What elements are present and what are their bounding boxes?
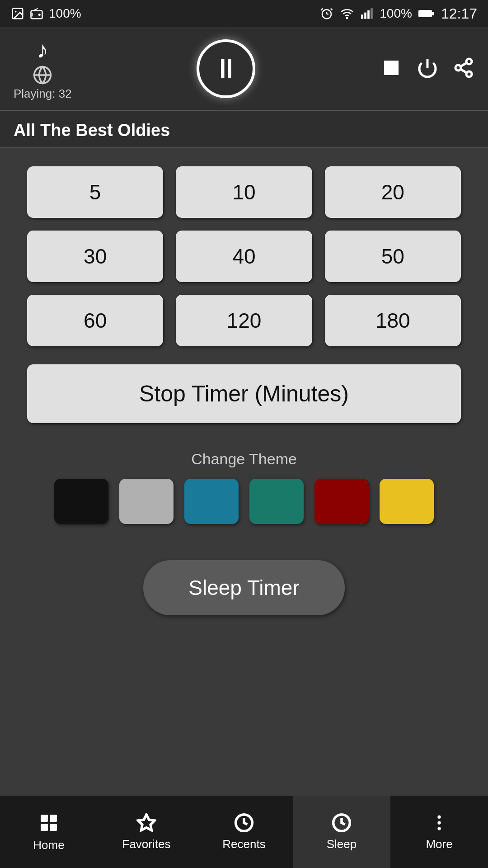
theme-section: Change Theme (27, 450, 461, 524)
svg-rect-26 (50, 815, 57, 822)
nav-sleep[interactable]: Sleep (293, 796, 390, 868)
svg-point-21 (455, 65, 461, 71)
player-right (380, 57, 474, 80)
timer-btn-30[interactable]: 30 (27, 231, 163, 282)
svg-line-23 (460, 69, 467, 73)
radio-icon (30, 7, 43, 20)
svg-point-8 (347, 18, 348, 19)
status-left: 100% (11, 6, 81, 21)
battery-icon (418, 7, 435, 20)
power-button[interactable] (417, 57, 438, 80)
nav-home-label: Home (33, 838, 64, 852)
signal-icon (361, 7, 373, 20)
svg-rect-15 (432, 12, 434, 15)
more-icon (429, 813, 449, 833)
svg-marker-29 (138, 814, 155, 830)
theme-blue[interactable] (184, 479, 239, 524)
home-icon (38, 812, 60, 834)
pause-icon: ⏸ (212, 55, 239, 82)
theme-black[interactable] (54, 479, 108, 524)
status-bar: 100% 100% 12:17 (0, 0, 488, 27)
stop-icon (380, 57, 402, 79)
theme-red[interactable] (314, 479, 369, 524)
svg-rect-18 (384, 61, 399, 75)
theme-gray[interactable] (119, 479, 174, 524)
svg-point-20 (466, 59, 472, 64)
theme-teal[interactable] (249, 479, 304, 524)
timer-btn-50[interactable]: 50 (325, 231, 461, 282)
nav-more[interactable]: More (390, 796, 488, 868)
timer-grid: 5 10 20 30 40 50 60 120 180 (27, 166, 461, 346)
power-icon (417, 57, 438, 79)
stop-button[interactable] (380, 57, 402, 80)
nav-recents-label: Recents (222, 837, 265, 851)
status-right: 100% 12:17 (320, 5, 477, 22)
time-display: 12:17 (441, 5, 477, 22)
timer-btn-180[interactable]: 180 (325, 295, 461, 346)
station-info: All The Best Oldies (0, 111, 488, 147)
svg-line-24 (460, 63, 467, 66)
theme-label: Change Theme (191, 450, 297, 468)
svg-rect-10 (364, 13, 366, 19)
nav-more-label: More (426, 837, 452, 851)
nav-recents[interactable]: Recents (195, 796, 293, 868)
svg-point-22 (466, 71, 472, 77)
nav-sleep-label: Sleep (327, 837, 357, 851)
svg-point-34 (437, 827, 441, 830)
svg-rect-27 (41, 824, 48, 831)
timer-btn-40[interactable]: 40 (176, 231, 312, 282)
svg-rect-14 (420, 11, 431, 16)
timer-btn-120[interactable]: 120 (176, 295, 312, 346)
timer-btn-20[interactable]: 20 (325, 166, 461, 218)
svg-rect-9 (361, 14, 363, 19)
share-button[interactable] (453, 57, 474, 80)
sleep-clock-icon (332, 813, 352, 833)
station-name: All The Best Oldies (14, 121, 474, 140)
nav-favorites[interactable]: Favorites (98, 796, 195, 868)
timer-btn-60[interactable]: 60 (27, 295, 163, 346)
timer-btn-10[interactable]: 10 (176, 166, 312, 218)
player-left-icons: ♪ Playing: 32 (14, 36, 72, 101)
svg-rect-28 (50, 824, 57, 831)
nav-home[interactable]: Home (0, 796, 98, 868)
player-bar: ♪ Playing: 32 ⏸ (0, 27, 488, 111)
playing-label: Playing: 32 (14, 87, 72, 101)
stop-timer-button[interactable]: Stop Timer (Minutes) (27, 364, 461, 423)
alarm-icon (320, 7, 333, 20)
battery-percent: 100% (380, 6, 412, 21)
sleep-timer-section: Sleep Timer (27, 560, 461, 615)
timer-btn-5[interactable]: 5 (27, 166, 163, 218)
svg-rect-11 (367, 10, 370, 19)
globe-icon (33, 65, 52, 85)
wifi-icon (340, 7, 354, 20)
pause-button[interactable]: ⏸ (197, 39, 255, 98)
history-icon (234, 813, 254, 833)
svg-point-3 (38, 14, 41, 16)
star-icon (136, 813, 156, 833)
photo-icon (11, 7, 24, 20)
svg-point-1 (15, 11, 17, 13)
nav-favorites-label: Favorites (122, 837, 171, 851)
sleep-timer-button[interactable]: Sleep Timer (143, 560, 344, 615)
main-content: 5 10 20 30 40 50 60 120 180 Stop Timer (… (0, 148, 488, 633)
battery-label: 100% (49, 6, 81, 21)
player-center[interactable]: ⏸ (197, 39, 255, 98)
bottom-nav: Home Favorites Recents Sleep More (0, 796, 488, 868)
share-icon (453, 57, 474, 79)
svg-point-32 (437, 815, 441, 818)
theme-colors (54, 479, 434, 524)
svg-rect-12 (371, 8, 373, 19)
theme-yellow[interactable] (380, 479, 434, 524)
music-note-icon: ♪ (37, 36, 48, 63)
svg-rect-25 (41, 815, 48, 822)
svg-point-33 (437, 821, 441, 824)
